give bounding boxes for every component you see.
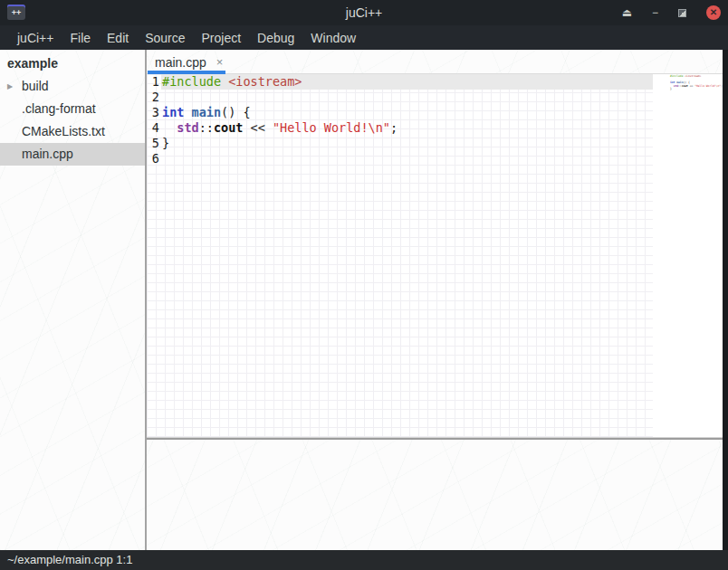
code-text: #include <iostream> — [162, 74, 302, 90]
token-plain — [184, 105, 191, 119]
code-line-5: 5} — [147, 136, 653, 151]
titlebar: ++ juCi++ ⏏ − ✕ — [0, 0, 728, 25]
token-plain — [221, 74, 228, 89]
code-text: std::cout << "Hello World!\n"; — [162, 120, 398, 136]
menu-window[interactable]: Window — [302, 27, 364, 49]
tree-item-cmakelists-txt[interactable]: CMakeLists.txt — [0, 120, 145, 143]
scrollbar-strip[interactable] — [723, 50, 728, 550]
token-keyword: int — [162, 105, 184, 119]
token-string: "Hello World!\n" — [273, 120, 390, 135]
line-number: 5 — [149, 136, 159, 151]
token-boldplain: cout — [214, 120, 244, 135]
token-plain: () { — [221, 105, 251, 119]
menu-file[interactable]: File — [62, 27, 99, 49]
token-boldplain: cout — [682, 84, 688, 88]
token-plain: << — [243, 120, 273, 135]
menu-debug[interactable]: Debug — [249, 27, 302, 49]
line-number: 3 — [149, 105, 159, 120]
tab-close-icon[interactable]: × — [216, 55, 224, 69]
tree-item-label: .clang-format — [22, 101, 96, 116]
token-preproc: #include — [670, 74, 683, 78]
code-text: int main() { — [162, 105, 251, 120]
file-tree-sidebar: example ▶build.clang-formatCMakeLists.tx… — [0, 50, 147, 550]
token-plain — [162, 120, 177, 135]
statusbar: ~/example/main.cpp 1:1 — [0, 550, 728, 570]
tabbar: main.cpp × — [147, 50, 723, 74]
minimize-icon[interactable]: − — [652, 7, 658, 18]
line-number: 4 — [149, 120, 159, 136]
app-logo-icon: ++ — [7, 5, 25, 20]
code-line-3: 3int main() { — [147, 105, 653, 120]
token-preproc: #include — [162, 74, 221, 89]
code-line-2: 2 — [147, 90, 653, 105]
token-plain: :: — [199, 120, 214, 135]
window-controls: ⏏ − ✕ — [622, 0, 721, 25]
tree-item--clang-format[interactable]: .clang-format — [0, 98, 145, 120]
menu-edit[interactable]: Edit — [99, 27, 137, 49]
menu-source[interactable]: Source — [137, 27, 193, 49]
line-number: 1 — [149, 74, 159, 90]
token-func: main — [192, 105, 222, 119]
code-text: } — [162, 136, 169, 151]
menu-juci[interactable]: juCi++ — [9, 27, 62, 49]
restore-icon[interactable] — [678, 9, 686, 17]
tree-item-build[interactable]: ▶build — [0, 75, 145, 98]
content-area: example ▶build.clang-formatCMakeLists.tx… — [0, 50, 728, 550]
code-line-6: 6 — [147, 151, 653, 166]
token-incpath: <iostream> — [228, 74, 302, 89]
menubar: juCi++FileEditSourceProjectDebugWindow — [0, 25, 728, 50]
code-editor[interactable]: 1#include <iostream>23int main() {4 std:… — [147, 74, 653, 437]
tree-item-label: build — [22, 79, 49, 93]
tree-item-main-cpp[interactable]: main.cpp — [0, 143, 145, 166]
tab-label: main.cpp — [155, 55, 206, 70]
terminal-panel[interactable] — [147, 440, 723, 550]
tree-root-folder[interactable]: example — [0, 52, 145, 75]
line-number: 6 — [149, 151, 159, 166]
code-line-1: 1#include <iostream> — [147, 74, 653, 90]
minimap[interactable]: #include <iostream>int main() { std::cou… — [653, 74, 723, 437]
tree-item-label: main.cpp — [22, 147, 73, 161]
token-incpath: <iostream> — [685, 74, 701, 78]
expander-icon[interactable]: ▶ — [7, 75, 18, 98]
menu-project[interactable]: Project — [194, 27, 250, 49]
line-number: 2 — [149, 90, 159, 105]
token-namespace: std — [177, 120, 198, 135]
code-line-4: 4 std::cout << "Hello World!\n"; — [147, 120, 653, 136]
shade-icon[interactable]: ⏏ — [622, 7, 632, 18]
code-line-6 — [655, 91, 723, 95]
window-title: juCi++ — [0, 5, 728, 20]
token-plain: } — [670, 87, 672, 90]
tree-item-label: CMakeLists.txt — [22, 124, 105, 138]
token-string: "Hello World!\n" — [694, 84, 721, 88]
token-plain: ; — [390, 120, 398, 135]
app-window: ++ juCi++ ⏏ − ✕ juCi++FileEditSourceProj… — [0, 0, 728, 570]
close-icon[interactable]: ✕ — [706, 5, 721, 20]
token-plain: } — [162, 136, 169, 150]
